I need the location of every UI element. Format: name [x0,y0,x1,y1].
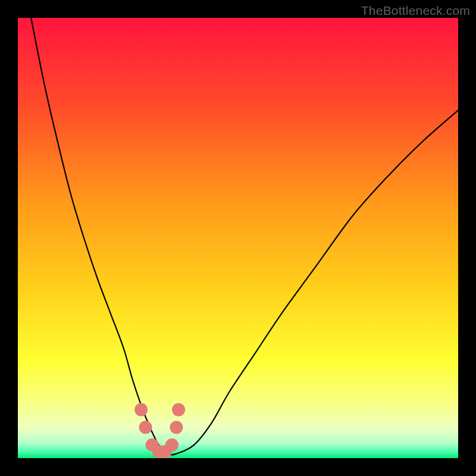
marker-dot [165,439,178,452]
bottleneck-curve [31,18,458,455]
watermark-text: TheBottleneck.com [361,4,470,18]
chart-canvas [18,18,458,458]
chart-frame: TheBottleneck.com [0,0,476,476]
plot-area [18,18,458,458]
highlighted-points [134,403,185,458]
marker-dot [139,421,152,434]
marker-dot [172,403,185,416]
marker-dot [170,421,183,434]
marker-dot [134,403,148,416]
